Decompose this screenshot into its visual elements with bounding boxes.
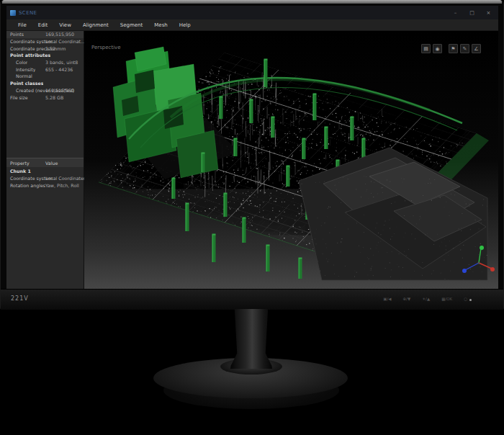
osd-button-5[interactable]: ○ xyxy=(464,297,467,301)
stand-neck xyxy=(230,309,272,369)
viewport: Perspective ▤◉⚑✎∠ xyxy=(84,31,498,289)
layers-icon-button[interactable]: ▤ xyxy=(421,44,431,53)
info-label: Points xyxy=(6,32,24,37)
minimize-button[interactable]: – xyxy=(447,6,464,19)
value-column-header: Value xyxy=(45,161,58,166)
table-row: Coordinate systemLocal Coordinates (m) xyxy=(6,174,84,181)
osd-button-3[interactable]: ☀/▲ xyxy=(422,297,430,301)
info-label: Point classes xyxy=(6,81,43,86)
flag-marker-icon-button[interactable]: ⚑ xyxy=(449,44,458,53)
viewport-toolbar: ▤◉⚑✎∠ xyxy=(421,44,481,53)
info-row: Coordinate precision1.52 mm xyxy=(6,45,84,52)
table-row-value: Yaw, Pitch, Roll xyxy=(45,183,79,188)
info-row: Created (never classified)169,515,950 xyxy=(6,87,84,94)
measure-icon-button[interactable]: ∠ xyxy=(472,44,481,53)
osd-button-4[interactable]: ▦/OK xyxy=(441,297,452,301)
info-row: Points169,515,950 xyxy=(6,31,84,38)
info-row: Point classes xyxy=(6,80,84,87)
property-table-rows: Chunk 1Coordinate systemLocal Coordinate… xyxy=(6,167,84,189)
osd-button-row: ▣/◀⊕/▼☀/▲▦/OK○ xyxy=(383,297,467,301)
info-row: Point attributes xyxy=(6,52,84,59)
close-button[interactable]: × xyxy=(480,6,497,19)
info-row: Coordinate systemLocal Coordinat... xyxy=(6,38,84,45)
info-label: File size xyxy=(6,95,28,100)
menu-edit[interactable]: Edit xyxy=(32,22,54,28)
menu-bar: FileEditViewAlignmentSegmentMeshHelp xyxy=(6,19,498,31)
properties-panel: Points169,515,950Coordinate systemLocal … xyxy=(6,31,84,289)
table-row: Rotation anglesYaw, Pitch, Roll xyxy=(6,181,84,189)
projection-label: Perspective xyxy=(91,45,121,50)
info-value: 3 bands, uint8 xyxy=(45,60,78,65)
maximize-button[interactable]: □ xyxy=(464,6,480,19)
menu-alignment[interactable]: Alignment xyxy=(77,22,114,28)
info-row: Intensity655 - 44236 xyxy=(6,66,84,73)
photo-scene: SCENE – □ × FileEditViewAlignmentSegment… xyxy=(0,0,504,435)
menu-file[interactable]: File xyxy=(12,22,32,28)
screen: SCENE – □ × FileEditViewAlignmentSegment… xyxy=(6,6,498,289)
bezel-chin: 221V ▣/◀⊕/▼☀/▲▦/OK○ xyxy=(1,289,503,310)
info-label: Point attributes xyxy=(6,53,50,58)
info-value: 169,515,950 xyxy=(45,32,74,37)
annotate-icon-button[interactable]: ✎ xyxy=(460,44,469,53)
info-label: Normal xyxy=(6,73,32,79)
info-value: 655 - 44236 xyxy=(45,67,73,72)
table-row: Chunk 1 xyxy=(6,167,84,174)
window-controls: – □ × xyxy=(447,6,497,19)
app-logo-icon xyxy=(10,10,16,16)
menu-view[interactable]: View xyxy=(53,22,77,28)
window-title: SCENE xyxy=(19,10,37,16)
viewport-canvas[interactable] xyxy=(84,31,498,289)
osd-button-2[interactable]: ⊕/▼ xyxy=(402,297,410,301)
info-row: File size5.28 GB xyxy=(6,94,84,101)
sidebar-info-list: Points169,515,950Coordinate systemLocal … xyxy=(6,31,84,101)
table-row-label: Rotation angles xyxy=(6,183,45,188)
info-label: Intensity xyxy=(6,67,35,72)
info-value: Local Coordinat... xyxy=(45,39,85,44)
property-table-header: Property Value xyxy=(6,158,84,167)
osd-button-1[interactable]: ▣/◀ xyxy=(383,297,391,301)
monitor-top-edge xyxy=(2,0,502,4)
info-row: Color3 bands, uint8 xyxy=(6,59,84,66)
table-row-label: Chunk 1 xyxy=(6,169,31,174)
info-value: 1.52 mm xyxy=(45,46,66,51)
info-value: 169,515,950 xyxy=(45,88,74,93)
menu-help[interactable]: Help xyxy=(174,22,197,28)
monitor: SCENE – □ × FileEditViewAlignmentSegment… xyxy=(0,0,504,310)
menu-mesh[interactable]: Mesh xyxy=(148,22,173,28)
power-led xyxy=(469,299,472,301)
info-row: Normal xyxy=(6,73,84,80)
monitor-model-label: 221V xyxy=(11,295,29,302)
info-label: Color xyxy=(6,60,27,65)
info-value: 5.28 GB xyxy=(45,95,63,100)
menu-segment[interactable]: Segment xyxy=(114,22,149,28)
title-bar: SCENE – □ × xyxy=(6,6,498,19)
settings-icon-button[interactable]: ◉ xyxy=(433,44,442,53)
property-column-header: Property xyxy=(6,161,30,166)
